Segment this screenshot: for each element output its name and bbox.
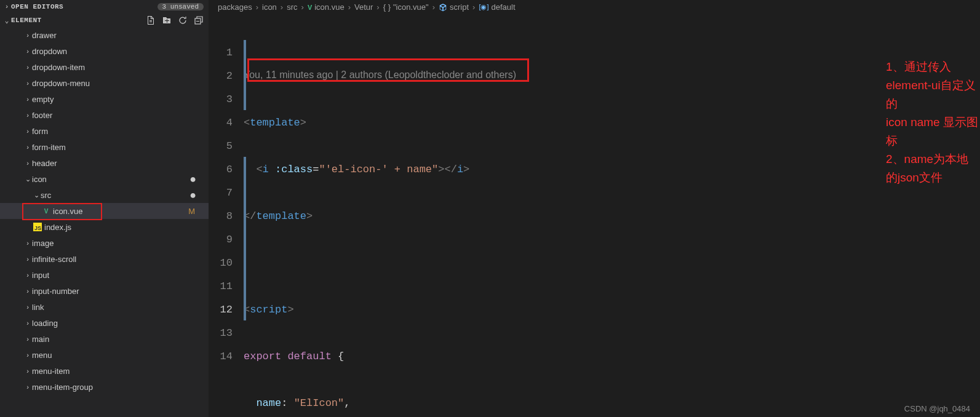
tree-item-input[interactable]: ›input	[0, 267, 209, 283]
line-number: 11	[209, 275, 233, 298]
cube-icon	[439, 3, 447, 12]
tree-item-input-number[interactable]: ›input-number	[0, 283, 209, 299]
breadcrumb-item[interactable]: icon	[262, 2, 277, 12]
tree-item-dropdown[interactable]: ›dropdown	[0, 43, 209, 59]
line-number: 5	[209, 135, 233, 158]
chevron-right-icon: ›	[23, 303, 32, 311]
chevron-right-icon: ›	[23, 319, 32, 327]
line-number: 10	[209, 252, 233, 275]
tree-item-src[interactable]: ⌄src●	[0, 187, 209, 203]
git-gutter-bar	[244, 157, 246, 320]
tree-item-menu-item[interactable]: ›menu-item	[0, 363, 209, 379]
tree-item-label: infinite-scroll	[32, 255, 76, 264]
chevron-right-icon: ›	[23, 271, 32, 279]
tree-item-label: menu	[32, 351, 52, 360]
tree-item-icon[interactable]: ⌄icon●	[0, 171, 209, 187]
unsaved-badge: 3 unsaved	[157, 3, 204, 10]
line-number: 1	[209, 41, 233, 65]
tree-item-label: drawer	[32, 31, 57, 40]
element-header[interactable]: ⌄ ELEMENT	[0, 14, 209, 27]
tree-item-label: dropdown	[32, 47, 67, 56]
tree-item-label: menu-item	[32, 367, 70, 376]
line-number: 9	[209, 228, 233, 252]
tree-item-dropdown-menu[interactable]: ›dropdown-menu	[0, 75, 209, 91]
tree-item-icon-vue[interactable]: Vicon.vueM	[0, 203, 209, 219]
refresh-icon[interactable]	[178, 15, 188, 25]
file-tree: ›drawer›dropdown›dropdown-item›dropdown-…	[0, 27, 209, 417]
modified-dot-icon: ●	[189, 189, 196, 202]
new-folder-icon[interactable]	[162, 15, 172, 25]
chevron-right-icon: ›	[23, 287, 32, 295]
tree-item-label: form-item	[32, 143, 66, 152]
tree-item-label: src	[41, 191, 51, 200]
tree-item-image[interactable]: ›image	[0, 235, 209, 251]
tree-item-footer[interactable]: ›footer	[0, 107, 209, 123]
tree-item-label: empty	[32, 95, 54, 104]
tree-item-link[interactable]: ›link	[0, 299, 209, 315]
breadcrumb[interactable]: packages›icon›src›Vicon.vue›Vetur›{ }"ic…	[209, 0, 980, 14]
tree-item-menu[interactable]: ›menu	[0, 347, 209, 363]
tree-item-header[interactable]: ›header	[0, 155, 209, 171]
chevron-right-icon: ›	[23, 127, 32, 135]
git-status: M	[188, 207, 195, 216]
tree-item-label: image	[32, 239, 54, 248]
breadcrumb-item[interactable]: icon.vue	[314, 2, 344, 12]
collapse-all-icon[interactable]	[194, 15, 204, 25]
chevron-right-icon: ›	[23, 335, 32, 343]
breadcrumb-separator-icon: ›	[348, 2, 351, 12]
element-label: ELEMENT	[11, 17, 146, 24]
breadcrumb-item[interactable]: Vetur	[354, 2, 373, 12]
annotation-text: 1、通过传入element-ui自定义的 icon name 显示图标 2、na…	[886, 58, 980, 187]
breadcrumb-item[interactable]: default	[492, 2, 516, 12]
chevron-right-icon: ›	[23, 239, 32, 247]
chevron-right-icon: ›	[23, 47, 32, 55]
sidebar: › OPEN EDITORS 3 unsaved ⌄ ELEMENT	[0, 0, 209, 417]
tree-item-form-item[interactable]: ›form-item	[0, 139, 209, 155]
chevron-right-icon: ›	[23, 31, 32, 39]
chevron-down-icon: ⌄	[23, 175, 32, 183]
tree-item-label: form	[32, 127, 48, 136]
new-file-icon[interactable]	[146, 15, 156, 25]
vue-file-icon: V	[41, 208, 52, 215]
tree-item-index-js[interactable]: JSindex.js	[0, 219, 209, 235]
chevron-right-icon: ›	[23, 143, 32, 151]
line-number: 4	[209, 111, 233, 135]
breadcrumb-separator-icon: ›	[301, 2, 304, 12]
chevron-right-icon: ›	[23, 255, 32, 263]
tree-item-infinite-scroll[interactable]: ›infinite-scroll	[0, 251, 209, 267]
tree-item-loading[interactable]: ›loading	[0, 315, 209, 331]
breadcrumb-item[interactable]: "icon.vue"	[393, 2, 429, 12]
breadcrumb-separator-icon: ›	[281, 2, 283, 12]
vue-icon: V	[308, 4, 312, 11]
tree-item-menu-item-group[interactable]: ›menu-item-group	[0, 379, 209, 395]
open-editors-header[interactable]: › OPEN EDITORS 3 unsaved	[0, 0, 209, 14]
line-number: 3	[209, 88, 233, 111]
code-content[interactable]: You, 11 minutes ago | 2 authors (Leopold…	[244, 14, 980, 417]
tree-item-dropdown-item[interactable]: ›dropdown-item	[0, 59, 209, 75]
breadcrumb-separator-icon: ›	[376, 2, 379, 12]
tree-item-label: footer	[32, 111, 52, 120]
breadcrumb-item[interactable]: src	[287, 2, 297, 12]
gutter: 1234567891011121314	[209, 14, 244, 417]
tree-item-label: icon	[32, 175, 47, 184]
tree-item-label: link	[32, 303, 44, 312]
chevron-down-icon: ⌄	[32, 191, 41, 199]
chevron-right-icon: ›	[23, 111, 32, 119]
js-file-icon: JS	[32, 223, 43, 231]
tree-item-empty[interactable]: ›empty	[0, 91, 209, 107]
tree-item-drawer[interactable]: ›drawer	[0, 27, 209, 43]
chevron-right-icon: ›	[23, 95, 32, 103]
breadcrumb-separator-icon: ›	[432, 2, 435, 12]
tree-item-label: index.js	[44, 223, 71, 232]
breadcrumb-item[interactable]: packages	[218, 2, 252, 12]
tree-item-label: menu-item-group	[32, 383, 93, 392]
tree-item-label: dropdown-item	[32, 63, 85, 72]
gitlens-annotation[interactable]: You, 11 minutes ago | 2 authors (Leopold…	[244, 63, 980, 87]
breadcrumb-separator-icon: ›	[256, 2, 258, 12]
code-area[interactable]: 1234567891011121314 You, 11 minutes ago …	[209, 14, 980, 417]
chevron-right-icon: ›	[23, 79, 32, 87]
breadcrumb-item[interactable]: script	[450, 2, 469, 12]
tree-item-main[interactable]: ›main	[0, 331, 209, 347]
tree-item-label: loading	[32, 319, 58, 328]
tree-item-form[interactable]: ›form	[0, 123, 209, 139]
